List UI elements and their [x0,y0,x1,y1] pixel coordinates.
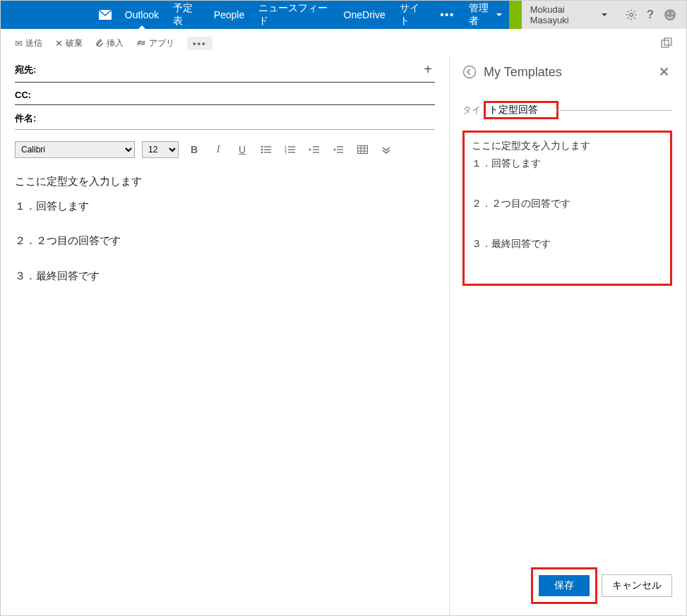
font-size-select[interactable]: 12 [142,141,179,158]
svg-point-15 [261,146,263,148]
template-title-row: タイ [462,101,672,119]
svg-rect-13 [662,40,669,47]
subject-field-row: 件名: [15,108,435,130]
outdent-icon[interactable] [306,141,323,158]
insert-label: 挿入 [107,37,124,49]
nav-calendar[interactable]: 予定表 [166,1,207,29]
table-icon[interactable] [354,141,371,158]
body-line: ２．２つ目の回答です [15,229,435,253]
highlight-title-box [484,101,558,119]
global-nav: Outlook 予定表 People ニュースフィード OneDrive サイト… [1,1,686,29]
main-area: 宛先: + CC: 件名: Calibri 12 B I U 123 ここに定型… [1,57,686,615]
italic-button[interactable]: I [210,141,227,158]
panel-button-row: 保存 キャンセル [462,567,672,604]
apps-button[interactable]: アプリ [136,37,174,49]
svg-point-12 [671,13,673,14]
attach-icon [95,38,104,48]
template-body-line: ３．最終回答です [472,236,663,251]
nav-admin[interactable]: 管理者 [462,1,509,29]
to-label: 宛先: [15,64,44,76]
highlight-save-box: 保存 [531,567,597,604]
nav-newsfeed[interactable]: ニュースフィード [251,1,336,29]
apps-label: アプリ [149,37,174,49]
back-icon[interactable] [462,65,477,79]
cc-field-row: CC: [15,85,435,105]
bold-button[interactable]: B [186,141,203,158]
svg-rect-14 [664,38,671,45]
template-body-line: ここに定型文を入力します [472,138,663,153]
more-actions-button[interactable]: ••• [187,37,213,50]
svg-point-1 [629,13,632,16]
my-templates-panel: My Templates ✕ タイ ここに定型文を入力します １．回答します ２… [450,57,686,615]
svg-line-9 [633,11,635,13]
nav-outlook[interactable]: Outlook [118,1,166,29]
body-line: １．回答します [15,194,435,219]
body-line [15,253,435,264]
bullet-list-icon[interactable] [258,141,275,158]
top-right-icons: ? [616,1,686,29]
svg-marker-31 [333,148,335,151]
numbered-list-icon[interactable]: 123 [282,141,299,158]
svg-point-16 [261,149,263,151]
settings-icon[interactable] [626,9,637,20]
compose-pane: 宛先: + CC: 件名: Calibri 12 B I U 123 ここに定型… [1,57,450,615]
discard-icon: ✕ [55,38,63,49]
svg-marker-27 [309,148,311,151]
apps-icon [136,39,146,47]
svg-point-10 [664,9,676,20]
nav-admin-label: 管理者 [469,2,495,28]
expand-toolbar-icon[interactable] [378,141,395,158]
nav-sites[interactable]: サイト [393,1,434,29]
subject-input[interactable] [44,114,435,124]
popout-icon[interactable] [661,37,672,49]
template-body-line: １．回答します [472,156,663,171]
save-button[interactable]: 保存 [539,575,590,596]
caret-down-icon [496,13,502,19]
template-body-box[interactable]: ここに定型文を入力します １．回答します ２．２つ目の回答です ３．最終回答です [462,131,672,286]
body-line: ここに定型文を入力します [15,169,435,194]
template-title-prefix: タイ [462,104,481,116]
send-label: 送信 [25,37,42,49]
underline-button[interactable]: U [234,141,251,158]
discard-label: 破棄 [66,37,83,49]
title-underline [556,110,672,111]
discard-button[interactable]: ✕破棄 [55,37,83,49]
cancel-button[interactable]: キャンセル [602,574,672,597]
format-toolbar: Calibri 12 B I U 123 [15,141,435,158]
face-icon[interactable] [664,8,676,21]
to-input[interactable] [44,64,421,75]
svg-point-11 [667,13,669,14]
nav-people[interactable]: People [207,1,252,29]
template-body-line: ２．２つ目の回答です [472,196,663,211]
close-icon[interactable]: ✕ [659,64,672,80]
nav-onedrive[interactable]: OneDrive [337,1,393,29]
svg-point-17 [261,152,263,154]
panel-header: My Templates ✕ [462,64,672,80]
to-field-row: 宛先: + [15,57,435,83]
user-name: Mokudai Masayuki [530,4,597,25]
mail-icon[interactable] [92,1,118,29]
user-menu[interactable]: Mokudai Masayuki [522,1,616,29]
svg-point-40 [464,66,476,78]
compose-action-bar: ✉送信 ✕破棄 挿入 アプリ ••• [1,29,686,57]
add-recipient-icon[interactable]: + [421,61,435,78]
send-icon: ✉ [15,38,23,49]
subject-label: 件名: [15,112,44,125]
svg-rect-35 [357,146,367,154]
body-line [15,218,435,229]
svg-text:3: 3 [285,150,287,154]
cc-input[interactable] [44,90,435,100]
nav-more-icon[interactable]: ••• [433,1,462,29]
caret-down-icon [602,13,607,19]
presence-indicator [509,1,522,29]
message-body[interactable]: ここに定型文を入力します １．回答します ２．２つ目の回答です ３．最終回答です [15,165,435,288]
insert-button[interactable]: 挿入 [95,37,124,49]
svg-line-6 [627,11,628,13]
svg-line-8 [627,18,628,19]
help-icon[interactable]: ? [647,8,654,22]
font-select[interactable]: Calibri [15,141,135,158]
cc-label: CC: [15,90,44,100]
send-button[interactable]: ✉送信 [15,37,42,49]
template-title-input[interactable] [489,104,554,116]
indent-icon[interactable] [330,141,347,158]
